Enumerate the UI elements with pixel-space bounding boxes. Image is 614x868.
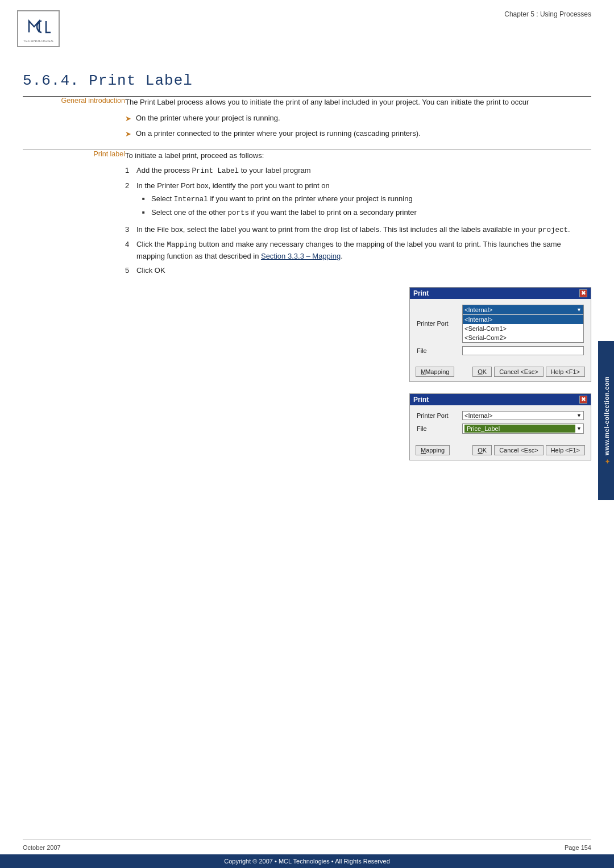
- dropdown-item[interactable]: <Serial-Com2>: [463, 333, 583, 342]
- dialog-2-body: Printer Port <Internal> ▼ File Price_Lab…: [410, 405, 591, 442]
- dropdown-value: <Internal>: [464, 306, 493, 313]
- logo-technologies: TECHNOLOGIES: [23, 39, 54, 43]
- right-sidebar: ✦ www.mcl-collection.com: [598, 341, 614, 500]
- ok-underline: O: [478, 447, 483, 454]
- logo: TECHNOLOGIES: [17, 10, 63, 50]
- dialog-2-footer: Mapping OK Cancel <Esc> Help <F1>: [410, 442, 591, 460]
- dialog-1-titlebar: Print ✖: [410, 288, 591, 299]
- page-footer: October 2007 Page 154: [23, 839, 591, 851]
- dialog-2-file-label: File: [417, 425, 462, 432]
- dialog-1-cancel-button[interactable]: Cancel <Esc>: [494, 367, 543, 377]
- dialogs-area: Print ✖ Printer Port <Internal> ▼: [125, 287, 591, 460]
- dialog-2-mapping-button[interactable]: Mapping: [416, 445, 450, 455]
- copyright-bar: Copyright © 2007 • MCL Technologies • Al…: [0, 854, 614, 868]
- sidebar-dot: ✦: [603, 455, 610, 465]
- dialog-2-cancel-button[interactable]: Cancel <Esc>: [494, 445, 543, 455]
- dialog-1-footer: MMapping OK Cancel <Esc> Help <F1>: [410, 363, 591, 381]
- list-item: 4 Click the Mapping button and make any …: [125, 239, 591, 263]
- step-num: 3: [125, 224, 136, 235]
- chapter-label: Chapter 5 : Using Processes: [504, 10, 591, 18]
- page-header: Chapter 5 : Using Processes: [0, 0, 614, 18]
- dropdown-list: <Internal> <Serial-Com1> <Serial-Com2>: [463, 314, 583, 342]
- chevron-down-icon: ▼: [576, 413, 582, 418]
- dialog-2-printer-label: Printer Port: [417, 412, 462, 419]
- chevron-down-icon: ▼: [576, 426, 582, 431]
- print-label-content: To initiate a label print, proceed as fo…: [125, 150, 591, 460]
- intro-bullets: ➤ On the printer where your project is r…: [125, 113, 591, 139]
- dropdown-item[interactable]: <Serial-Com1>: [463, 324, 583, 333]
- list-item: 2 In the Printer Port box, identify the …: [125, 180, 591, 221]
- step-num: 5: [125, 265, 136, 276]
- dialog-1-file-label: File: [417, 347, 462, 354]
- dialog-1-printer-dropdown[interactable]: <Internal> ▼ <Internal> <Serial-Com1> <S…: [462, 305, 584, 343]
- list-item: 1 Add the process Print Label to your la…: [125, 165, 591, 177]
- bullet-text: On a printer connected to the printer wh…: [136, 128, 421, 139]
- mapping-link[interactable]: Section 3.3.3 – Mapping: [261, 252, 341, 260]
- main-content: 5.6.4. Print Label General introduction …: [0, 18, 614, 483]
- list-item: ■ Select one of the other ports if you w…: [136, 207, 591, 219]
- footer-page: Page 154: [565, 844, 591, 851]
- chevron-down-icon: ▼: [576, 307, 582, 313]
- intro-content: The Print Label process allows you to in…: [125, 97, 591, 144]
- list-item: ➤ On the printer where your project is r…: [125, 113, 591, 124]
- sub-bullet-icon: ■: [142, 209, 149, 216]
- dialog-2-printer-row: Printer Port <Internal> ▼: [417, 411, 584, 420]
- step-num: 4: [125, 239, 136, 250]
- dialog-2: Print ✖ Printer Port <Internal> ▼: [409, 393, 591, 460]
- dropdown-item[interactable]: <Internal>: [463, 315, 583, 324]
- dialog-1-mapping-button[interactable]: MMapping: [416, 367, 454, 377]
- file-value: Price_Label: [464, 425, 575, 433]
- sub-bullet-text: Select Internal if you want to print on …: [151, 193, 413, 205]
- content-table: General introduction The Print Label pro…: [23, 97, 591, 144]
- dialog-2-file-row: File Price_Label ▼: [417, 423, 584, 434]
- printer-value: <Internal>: [464, 412, 493, 419]
- section-label-intro: General introduction: [23, 97, 125, 144]
- dialog-1-body: Printer Port <Internal> ▼ <Internal> <Se…: [410, 299, 591, 363]
- sub-bullet-text: Select one of the other ports if you wan…: [151, 207, 417, 219]
- bullet-icon: ➤: [125, 113, 131, 124]
- dialog-1-help-button[interactable]: Help <F1>: [546, 367, 585, 377]
- dialog-2-titlebar: Print ✖: [410, 394, 591, 405]
- ok-underline: O: [478, 368, 483, 375]
- bullet-text: On the printer where your project is run…: [136, 113, 280, 124]
- dialog-2-title: Print: [413, 396, 429, 404]
- step-num: 2: [125, 180, 136, 192]
- sub-bullets: ■ Select Internal if you want to print o…: [136, 193, 591, 219]
- copyright-text: Copyright © 2007 • MCL Technologies • Al…: [224, 858, 390, 865]
- dialog-2-close-button[interactable]: ✖: [579, 396, 587, 404]
- dialog-1-file-row: File: [417, 346, 584, 355]
- dialog-2-help-button[interactable]: Help <F1>: [546, 445, 585, 455]
- sidebar-url-text: www.mcl-collection.com: [603, 376, 610, 455]
- mapping-underline: M: [421, 447, 426, 454]
- dialog-1-file-input[interactable]: [462, 346, 584, 355]
- step-content: Click the Mapping button and make any ne…: [136, 239, 591, 263]
- step-num: 1: [125, 165, 136, 176]
- dialog-2-file-select[interactable]: Price_Label ▼: [462, 423, 584, 434]
- list-item: ■ Select Internal if you want to print o…: [136, 193, 591, 205]
- sub-bullet-icon: ■: [142, 196, 149, 202]
- list-item: 3 In the File box, select the label you …: [125, 224, 591, 236]
- steps-intro: To initiate a label print, proceed as fo…: [125, 150, 591, 161]
- step-content: In the Printer Port box, identify the po…: [136, 180, 591, 221]
- intro-paragraph: The Print Label process allows you to in…: [125, 97, 591, 108]
- page-title: 5.6.4. Print Label: [23, 72, 591, 89]
- step-content: Add the process Print Label to your labe…: [136, 165, 591, 177]
- step-content: Click OK: [136, 265, 591, 276]
- bullet-icon: ➤: [125, 128, 131, 140]
- step-content: In the File box, select the label you wa…: [136, 224, 591, 236]
- dialog-1-ok-button[interactable]: OK: [472, 367, 492, 377]
- dialog-1-printer-label: Printer Port: [417, 320, 462, 327]
- dialog-1-close-button[interactable]: ✖: [579, 289, 587, 297]
- dialog-1-title: Print: [413, 289, 429, 297]
- list-item: 5 Click OK: [125, 265, 591, 276]
- section-label-print: Print label: [23, 150, 125, 460]
- dialog-2-ok-button[interactable]: OK: [472, 445, 492, 455]
- list-item: ➤ On a printer connected to the printer …: [125, 128, 591, 140]
- dialog-1-printer-row: Printer Port <Internal> ▼ <Internal> <Se…: [417, 305, 584, 343]
- sidebar-url: ✦ www.mcl-collection.com: [603, 376, 610, 465]
- dropdown-selected[interactable]: <Internal> ▼: [463, 305, 583, 314]
- print-label-table: Print label To initiate a label print, p…: [23, 150, 591, 460]
- dialog-2-printer-select[interactable]: <Internal> ▼: [462, 411, 584, 420]
- steps-list: 1 Add the process Print Label to your la…: [125, 165, 591, 276]
- dialog-1: Print ✖ Printer Port <Internal> ▼: [409, 287, 591, 382]
